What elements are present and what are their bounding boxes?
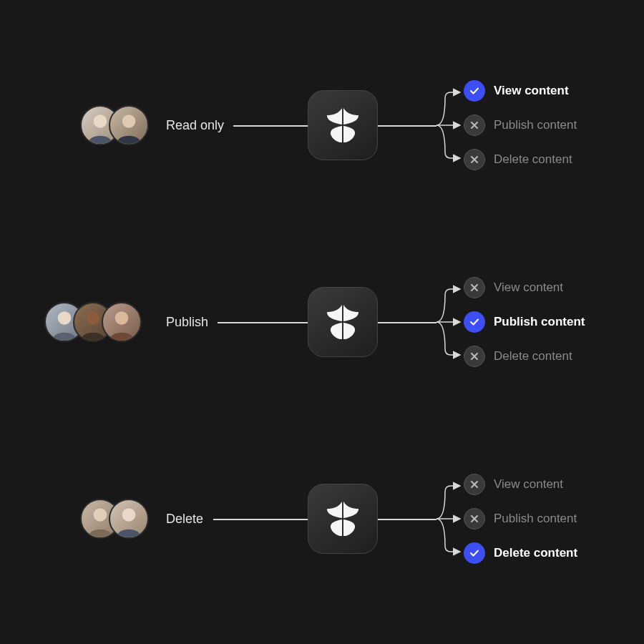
permission-item: Delete content — [464, 149, 577, 170]
svg-point-4 — [115, 311, 129, 325]
branch — [436, 476, 462, 562]
svg-point-6 — [122, 508, 136, 522]
shield-icon — [323, 302, 363, 342]
cross-icon — [464, 277, 485, 298]
connector-line — [378, 322, 436, 323]
permission-item: Publish content — [464, 508, 577, 530]
permissions-list: View content Publish content Delete cont… — [464, 474, 577, 564]
permission-label: View content — [494, 280, 563, 295]
svg-point-1 — [122, 114, 136, 128]
shield-icon — [323, 499, 363, 539]
avatar-group — [80, 499, 149, 539]
shield-icon — [323, 105, 363, 145]
branch — [436, 279, 462, 365]
permission-label: Publish content — [494, 118, 577, 132]
avatar — [109, 499, 149, 539]
permission-label: View content — [494, 477, 563, 492]
check-icon — [464, 80, 485, 102]
branch — [436, 82, 462, 168]
cross-icon — [464, 149, 485, 170]
connector-line — [378, 519, 436, 520]
avatar-group — [44, 302, 142, 342]
avatar — [109, 105, 149, 145]
avatar — [102, 302, 142, 342]
permission-label: Publish content — [494, 315, 585, 329]
role-label: Delete — [166, 512, 203, 527]
permissions-list: View content Publish content Delete cont… — [464, 277, 585, 367]
permission-label: Delete content — [494, 349, 572, 364]
role-label: Publish — [166, 315, 208, 330]
svg-point-0 — [94, 114, 107, 128]
svg-point-2 — [58, 311, 72, 325]
permission-label: Delete content — [494, 152, 572, 167]
permission-item: Publish content — [464, 311, 585, 333]
connector-line — [233, 125, 308, 127]
permission-item: View content — [464, 474, 577, 495]
cross-icon — [464, 474, 485, 495]
role-row-publish: Publish — [0, 250, 644, 394]
permission-item: View content — [464, 277, 585, 298]
check-icon — [464, 311, 485, 333]
permission-label: View content — [494, 84, 569, 98]
shield-box — [308, 484, 378, 554]
svg-point-5 — [94, 508, 107, 522]
cross-icon — [464, 508, 485, 530]
role-label: Read only — [166, 118, 224, 133]
check-icon — [464, 542, 485, 564]
role-row-delete: Delete — [0, 447, 644, 590]
permission-item: Delete content — [464, 346, 585, 367]
shield-box — [308, 90, 378, 160]
connector-line — [213, 519, 308, 520]
permission-item: Delete content — [464, 542, 577, 564]
svg-point-3 — [87, 311, 100, 325]
shield-box — [308, 287, 378, 357]
connector-line — [218, 322, 308, 323]
permission-item: Publish content — [464, 114, 577, 136]
permissions-list: View content Publish content Delete cont… — [464, 80, 577, 170]
role-row-read-only: Read only — [0, 54, 644, 197]
permission-label: Publish content — [494, 512, 577, 526]
permission-label: Delete content — [494, 546, 577, 560]
connector-line — [378, 125, 436, 127]
cross-icon — [464, 114, 485, 136]
permission-item: View content — [464, 80, 577, 102]
permissions-diagram: Read only — [0, 0, 644, 644]
cross-icon — [464, 346, 485, 367]
avatar-group — [80, 105, 149, 145]
